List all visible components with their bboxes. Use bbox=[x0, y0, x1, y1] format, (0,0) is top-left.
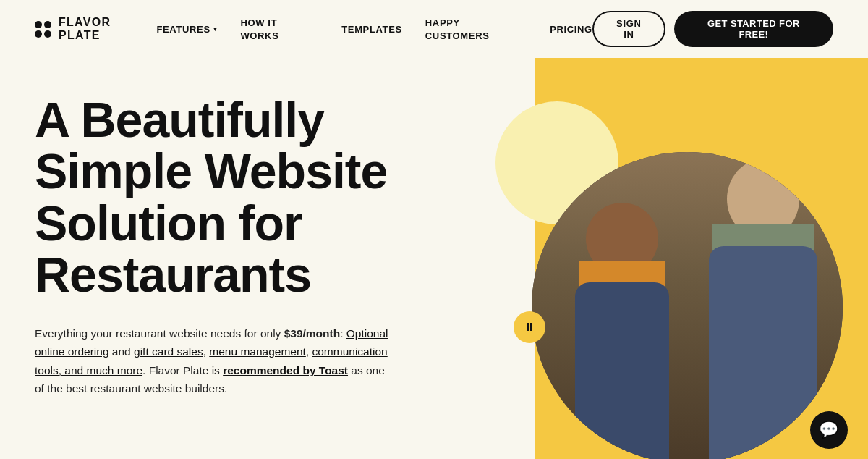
hero-photo bbox=[532, 152, 843, 459]
desc-prefix: Everything your restaurant website needs… bbox=[35, 327, 284, 340]
logo-icon bbox=[35, 21, 51, 38]
link-menu-mgmt[interactable]: menu management bbox=[209, 345, 306, 358]
nav-link-how-it-works[interactable]: HOW IT WORKS bbox=[240, 17, 278, 41]
nav-item-features[interactable]: FEATURES ▾ bbox=[156, 24, 217, 35]
nav-item-templates[interactable]: TEMPLATES bbox=[341, 22, 402, 35]
chevron-down-icon: ▾ bbox=[213, 25, 218, 33]
nav-link-pricing[interactable]: PRICING bbox=[550, 24, 592, 35]
worker-woman bbox=[561, 232, 684, 459]
chat-button[interactable]: 💬 bbox=[810, 411, 848, 449]
nav-item-pricing[interactable]: PRICING bbox=[550, 22, 592, 35]
nav-actions: SIGN IN GET STARTED FOR FREE! bbox=[592, 11, 833, 47]
logo[interactable]: FLAVOR PLATE bbox=[35, 16, 156, 42]
comma1: , bbox=[203, 345, 210, 358]
hero-right: ⏸ 💬 bbox=[474, 87, 833, 459]
pause-button[interactable]: ⏸ bbox=[514, 311, 545, 343]
nav-link-features[interactable]: FEATURES ▾ bbox=[156, 24, 217, 35]
logo-text: FLAVOR PLATE bbox=[59, 16, 156, 42]
link-gift-card[interactable]: gift card sales bbox=[134, 345, 203, 358]
worker-man bbox=[698, 203, 828, 459]
signin-button[interactable]: SIGN IN bbox=[592, 11, 665, 47]
hero-title: A Beautifully Simple Website Solution fo… bbox=[35, 94, 474, 301]
getstarted-bold: GET STARTED bbox=[707, 18, 776, 29]
nav-item-happy-customers[interactable]: HAPPY CUSTOMERS bbox=[425, 16, 527, 42]
price-text: $39/month bbox=[284, 327, 341, 340]
nav-link-templates[interactable]: TEMPLATES bbox=[341, 24, 402, 35]
period: . Flavor Plate is bbox=[142, 364, 223, 376]
logo-dot-3 bbox=[35, 30, 42, 38]
hero-section: A Beautifully Simple Website Solution fo… bbox=[0, 58, 868, 459]
desc-colon: : bbox=[340, 327, 346, 340]
link-toast[interactable]: recommended by Toast bbox=[223, 364, 348, 376]
hero-left: A Beautifully Simple Website Solution fo… bbox=[35, 87, 474, 398]
nav-item-how-it-works[interactable]: HOW IT WORKS bbox=[240, 16, 318, 42]
nav-link-happy-customers[interactable]: HAPPY CUSTOMERS bbox=[425, 17, 490, 41]
chat-icon: 💬 bbox=[819, 421, 838, 439]
getstarted-button[interactable]: GET STARTED FOR FREE! bbox=[674, 11, 833, 47]
navbar: FLAVOR PLATE FEATURES ▾ HOW IT WORKS TEM… bbox=[0, 0, 868, 58]
logo-dot-2 bbox=[44, 21, 51, 28]
pause-icon: ⏸ bbox=[524, 321, 535, 334]
nav-links: FEATURES ▾ HOW IT WORKS TEMPLATES HAPPY … bbox=[156, 16, 592, 42]
hero-description: Everything your restaurant website needs… bbox=[35, 324, 396, 398]
logo-dot-1 bbox=[35, 21, 42, 28]
and1: and bbox=[109, 345, 134, 358]
logo-dot-4 bbox=[44, 30, 51, 38]
